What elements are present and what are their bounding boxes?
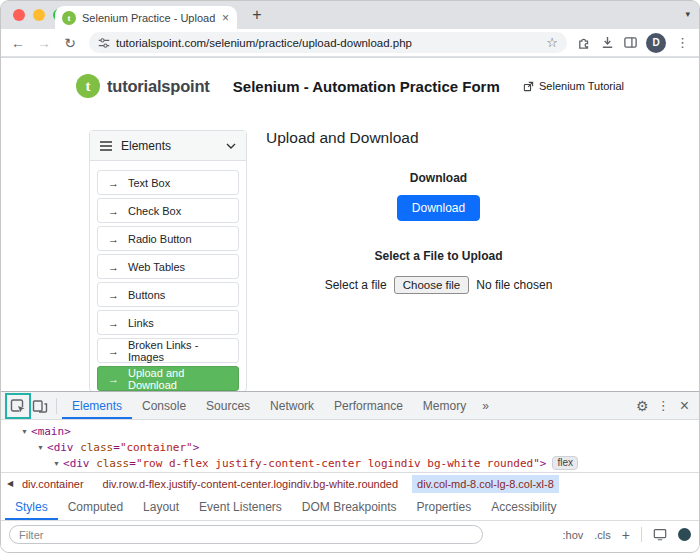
download-section-label: Download — [266, 171, 611, 185]
breadcrumb-item[interactable]: div.container — [17, 475, 89, 493]
sidebar-item-radio-button[interactable]: →Radio Button — [97, 226, 239, 251]
filter-divider — [641, 527, 642, 542]
expand-arrow-icon[interactable]: ▼ — [19, 428, 30, 435]
choose-file-button[interactable]: Choose file — [394, 276, 470, 294]
browser-menu-icon[interactable]: ⋮ — [674, 35, 691, 50]
styles-tab-properties[interactable]: Properties — [407, 494, 482, 520]
dom-tree-node[interactable]: ▼<div class="row d-flex justify-content-… — [1, 455, 699, 471]
practice-form-panel: Upload and Download Download Download Se… — [266, 129, 611, 294]
sidebar-item-label: Radio Button — [128, 233, 192, 245]
sidebar-item-buttons[interactable]: →Buttons — [97, 282, 239, 307]
devtools-tab-network[interactable]: Network — [260, 392, 324, 419]
tab-search-chevron-icon[interactable]: ▾ — [685, 9, 690, 19]
bookmark-star-icon[interactable]: ☆ — [546, 35, 558, 50]
elements-accordion-header[interactable]: Elements — [90, 131, 246, 161]
external-link-icon — [523, 81, 534, 92]
new-style-rule-button[interactable]: + — [622, 527, 630, 543]
elements-menu: →Text Box→Check Box→Radio Button→Web Tab… — [90, 161, 246, 391]
sidebar-item-label: Broken Links - Images — [128, 339, 228, 363]
dom-tree-node[interactable]: ▼<main> — [1, 423, 699, 439]
arrow-right-icon: → — [108, 289, 119, 301]
inspect-element-icon[interactable] — [7, 395, 29, 417]
styles-tab-computed[interactable]: Computed — [58, 494, 133, 520]
devtools-toolbar-right: ⚙ ⋮ × — [636, 397, 691, 415]
devtools-tab-console[interactable]: Console — [132, 392, 196, 419]
devtools-close-icon[interactable]: × — [678, 397, 691, 415]
url-text[interactable]: tutorialspoint.com/selenium/practice/upl… — [116, 37, 540, 49]
downloads-icon[interactable] — [600, 35, 615, 50]
rendering-badge-icon[interactable] — [678, 528, 691, 541]
expand-arrow-icon[interactable]: ▼ — [51, 460, 62, 467]
sidebar-item-upload-and-download[interactable]: →Upload and Download — [97, 366, 239, 391]
file-upload-row: Select a file Choose file No file chosen — [266, 276, 611, 294]
download-button[interactable]: Download — [397, 195, 480, 221]
tab-title: Selenium Practice - Upload a — [82, 12, 215, 24]
hamburger-icon — [100, 141, 112, 151]
arrow-right-icon: → — [108, 345, 119, 357]
sidebar-item-web-tables[interactable]: →Web Tables — [97, 254, 239, 279]
breadcrumb-item[interactable]: div.row.d-flex.justify-content-center.lo… — [98, 475, 404, 493]
site-settings-icon[interactable] — [98, 37, 110, 49]
devtools-tab-elements[interactable]: Elements — [62, 392, 132, 419]
breadcrumb-item[interactable]: div.col-md-8.col-lg-8.col-xl-8 — [412, 475, 559, 493]
dom-tree-node[interactable]: ▼<div class="container"> — [1, 439, 699, 455]
browser-window: t Selenium Practice - Upload a × + ▾ ← →… — [0, 0, 700, 553]
sidebar-item-broken-links-images[interactable]: →Broken Links - Images — [97, 338, 239, 363]
forward-icon[interactable]: → — [35, 36, 53, 50]
styles-tab-event-listeners[interactable]: Event Listeners — [189, 494, 292, 520]
page-title: Selenium - Automation Practice Form — [210, 78, 523, 95]
side-panel-icon[interactable] — [623, 35, 638, 50]
settings-gear-icon[interactable]: ⚙ — [636, 398, 649, 414]
devtools-tab-bar: ElementsConsoleSourcesNetworkPerformance… — [62, 392, 476, 419]
close-window-button[interactable] — [13, 9, 25, 21]
sidebar-item-label: Buttons — [128, 289, 165, 301]
new-tab-button[interactable]: + — [247, 5, 267, 25]
expand-arrow-icon[interactable]: ▼ — [35, 444, 46, 451]
web-page: t tutorialspoint Selenium - Automation P… — [1, 58, 699, 391]
upload-section-label: Select a File to Upload — [266, 249, 611, 263]
devtools-tab-memory[interactable]: Memory — [413, 392, 476, 419]
sidebar-item-label: Links — [128, 317, 154, 329]
brand-logo[interactable]: t tutorialspoint — [76, 74, 210, 98]
styles-tab-styles[interactable]: Styles — [5, 494, 58, 520]
sidebar-item-links[interactable]: →Links — [97, 310, 239, 335]
browser-tab[interactable]: t Selenium Practice - Upload a × — [55, 6, 237, 29]
more-tabs-button[interactable]: » — [476, 399, 495, 413]
sidebar-item-label: Upload and Download — [128, 367, 228, 391]
devtools-menu-icon[interactable]: ⋮ — [654, 398, 673, 413]
device-toolbar-icon[interactable] — [29, 395, 51, 417]
styles-tab-layout[interactable]: Layout — [133, 494, 189, 520]
devtools-panel: ElementsConsoleSourcesNetworkPerformance… — [1, 391, 699, 553]
sidebar-item-check-box[interactable]: →Check Box — [97, 198, 239, 223]
arrow-right-icon: → — [108, 317, 119, 329]
tab-close-icon[interactable]: × — [221, 12, 230, 24]
sidebar-item-label: Check Box — [128, 205, 181, 217]
elements-accordion: Elements →Text Box→Check Box→Radio Butto… — [89, 130, 247, 391]
devtools-tab-performance[interactable]: Performance — [324, 392, 413, 419]
devtools-tab-sources[interactable]: Sources — [196, 392, 260, 419]
styles-tab-dom-breakpoints[interactable]: DOM Breakpoints — [292, 494, 407, 520]
computed-styles-panel-icon[interactable] — [653, 528, 667, 541]
devtools-toolbar: ElementsConsoleSourcesNetworkPerformance… — [1, 392, 699, 420]
minimize-window-button[interactable] — [33, 9, 45, 21]
styles-filter-row: :hov .cls + — [1, 521, 699, 548]
selenium-tutorial-link[interactable]: Selenium Tutorial — [523, 80, 624, 92]
dom-node-code: <main> — [31, 425, 71, 438]
arrow-right-icon: → — [108, 261, 119, 273]
address-bar[interactable]: tutorialspoint.com/selenium/practice/upl… — [89, 32, 567, 53]
site-header: t tutorialspoint Selenium - Automation P… — [1, 58, 699, 104]
toggle-element-state-button[interactable]: :hov — [563, 529, 584, 541]
back-icon[interactable]: ← — [9, 36, 27, 50]
breadcrumb-scroll-left-icon[interactable]: ◀ — [3, 479, 17, 488]
element-classes-button[interactable]: .cls — [594, 529, 611, 541]
sidebar-item-text-box[interactable]: →Text Box — [97, 170, 239, 195]
styles-filter-input[interactable] — [9, 525, 483, 544]
profile-avatar[interactable]: D — [646, 33, 666, 53]
styles-tab-accessibility[interactable]: Accessibility — [481, 494, 566, 520]
extensions-icon[interactable] — [577, 35, 592, 50]
reload-icon[interactable]: ↻ — [61, 36, 79, 50]
dom-node-code: <div class="row d-flex justify-content-c… — [63, 457, 546, 470]
tutorialspoint-logo-icon: t — [76, 74, 100, 98]
flex-badge[interactable]: flex — [552, 456, 578, 470]
toolbar-divider — [56, 398, 57, 414]
